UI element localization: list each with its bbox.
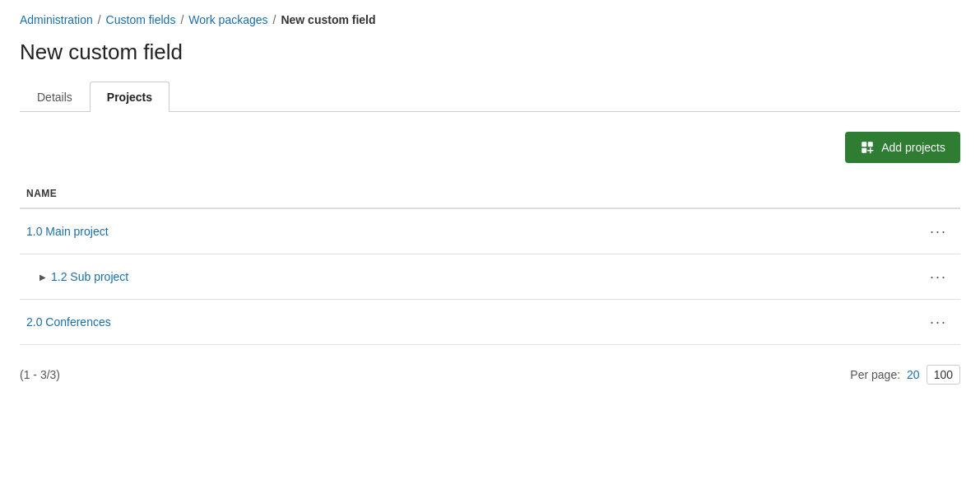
project-name-cell: 1.0 Main project — [20, 208, 911, 254]
actions-cell: ··· — [911, 208, 960, 254]
projects-table: NAME 1.0 Main project ··· ▶ 1.2 Sub proj… — [20, 180, 960, 345]
tab-details[interactable]: Details — [20, 82, 90, 112]
add-projects-label: Add projects — [881, 141, 945, 154]
add-projects-button[interactable]: Add projects — [845, 132, 960, 163]
actions-cell: ··· — [911, 254, 960, 300]
breadcrumb: Administration / Custom fields / Work pa… — [20, 13, 960, 26]
breadcrumb-work-packages[interactable]: Work packages — [188, 13, 267, 26]
project-name-cell: 2.0 Conferences — [20, 300, 911, 345]
svg-rect-0 — [862, 142, 866, 147]
row-actions-button[interactable]: ··· — [923, 266, 954, 287]
tab-projects[interactable]: Projects — [90, 82, 170, 112]
per-page-section: Per page: 20 100 — [850, 365, 960, 385]
breadcrumb-administration[interactable]: Administration — [20, 13, 93, 26]
per-page-current[interactable]: 20 — [907, 368, 920, 381]
svg-rect-1 — [868, 142, 873, 147]
breadcrumb-custom-fields[interactable]: Custom fields — [106, 13, 176, 26]
project-name-cell: ▶ 1.2 Sub project — [20, 254, 911, 300]
table-row: ▶ 1.2 Sub project ··· — [20, 254, 960, 300]
breadcrumb-sep-2: / — [180, 13, 183, 26]
pagination-range: (1 - 3/3) — [20, 368, 60, 381]
actions-cell: ··· — [911, 300, 960, 345]
per-page-selected[interactable]: 100 — [927, 365, 960, 385]
project-link-sub[interactable]: 1.2 Sub project — [51, 270, 128, 283]
breadcrumb-sep-3: / — [273, 13, 276, 26]
svg-rect-2 — [862, 148, 866, 153]
project-link-conferences[interactable]: 2.0 Conferences — [26, 315, 111, 329]
breadcrumb-current: New custom field — [281, 13, 375, 26]
pagination: (1 - 3/3) Per page: 20 100 — [20, 358, 960, 391]
row-actions-button[interactable]: ··· — [923, 221, 954, 242]
column-actions — [911, 180, 960, 208]
breadcrumb-sep-1: / — [98, 13, 101, 26]
add-projects-icon — [860, 140, 875, 155]
per-page-label: Per page: — [850, 368, 900, 381]
table-row: 1.0 Main project ··· — [20, 208, 960, 254]
table-row: 2.0 Conferences ··· — [20, 300, 960, 345]
toolbar: Add projects — [20, 132, 960, 163]
column-name: NAME — [20, 180, 911, 208]
page-title: New custom field — [20, 40, 960, 65]
expand-arrow-icon[interactable]: ▶ — [39, 273, 46, 282]
project-link-main[interactable]: 1.0 Main project — [26, 225, 109, 238]
row-actions-button[interactable]: ··· — [923, 311, 954, 333]
tabs: Details Projects — [20, 82, 960, 112]
